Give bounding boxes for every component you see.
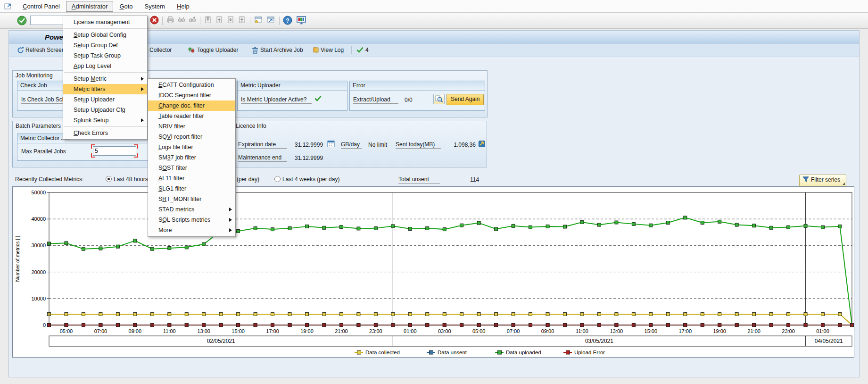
find-icon[interactable] xyxy=(177,16,186,26)
print-icon[interactable] xyxy=(166,16,174,26)
menubar-item-administrator[interactable]: Administrator xyxy=(66,1,114,12)
new-session-icon[interactable] xyxy=(254,16,263,26)
view-log-button[interactable]: View Log xyxy=(321,47,344,53)
menu-item-ecatt-configuration[interactable]: ECATT Configuration xyxy=(148,80,235,90)
check-count-icon[interactable] xyxy=(356,47,364,55)
total-unsent-value: 114 xyxy=(470,176,479,183)
legend-item-data-collected: Data collected xyxy=(355,350,400,355)
cancel-icon[interactable] xyxy=(150,16,159,26)
last-page-icon[interactable] xyxy=(238,16,246,26)
menubar-item-help[interactable]: Help xyxy=(171,1,195,12)
send-again-button[interactable]: Send Again xyxy=(446,94,484,105)
menu-item-app-log-level[interactable]: App Log Level xyxy=(63,61,147,71)
help-icon[interactable]: ? xyxy=(283,16,292,27)
job-monitoring-label: Job Monitoring xyxy=(16,72,53,79)
export-icon[interactable] xyxy=(478,140,486,150)
menu-item-sql-scripts-metrics[interactable]: SQL Scripts metrics xyxy=(148,215,235,225)
menu-item-logs-file-filter[interactable]: Logs file filter xyxy=(148,142,235,152)
menu-item-setup-metric[interactable]: Setup Metric xyxy=(63,74,147,84)
menu-item-table-reader-filter[interactable]: Table reader filter xyxy=(148,111,235,121)
legend-item-upload-error: Upload Error xyxy=(563,350,605,355)
archive-icon xyxy=(251,46,259,56)
menu-item-license-management[interactable]: License management xyxy=(63,17,147,27)
menu-item-label: Splunk Setup xyxy=(74,117,108,124)
view-log-icon xyxy=(312,46,320,56)
y-tick-label: 30000 xyxy=(31,242,46,248)
menu-item-al11-filter[interactable]: AL11 filter xyxy=(148,173,235,184)
submenu-arrow-icon xyxy=(229,218,232,222)
menu-item-setup-uploader-cfg[interactable]: Setup Uploader Cfg xyxy=(63,105,147,115)
menu-item-setup-group-def[interactable]: Setup Group Def xyxy=(63,40,147,50)
focus-corner xyxy=(91,153,95,158)
customize-layout-icon[interactable] xyxy=(296,16,306,27)
menu-item-label: SLG1 filter xyxy=(158,185,186,192)
toggle-collector-button[interactable]: Collector xyxy=(149,47,172,53)
menu-item-metric-filters[interactable]: Metric filters xyxy=(63,84,147,94)
menu-item-change-doc-filter[interactable]: Change doc. filter xyxy=(148,100,235,111)
gb-per-day-value: No limit xyxy=(368,142,387,148)
total-unsent-label: Total unsent xyxy=(398,176,440,184)
submenu-arrow-icon xyxy=(141,118,144,122)
menu-item-sqvi-report-filter[interactable]: SQVI report filter xyxy=(148,132,235,142)
date-band-label: 04/05/2021 xyxy=(815,338,843,344)
menu-item-srt-moni-filter[interactable]: SRT_MONI filter xyxy=(148,194,235,204)
error-detail-button[interactable] xyxy=(433,94,445,104)
x-tick-label: 15:00 xyxy=(231,328,245,334)
menu-item-idoc-segment-filter[interactable]: IDOC Segment filter xyxy=(148,90,235,100)
menu-item-stad-metrics[interactable]: STAD metrics xyxy=(148,204,235,215)
create-shortcut-icon[interactable] xyxy=(266,16,275,26)
menu-item-check-errors[interactable]: Check Errors xyxy=(63,128,147,138)
max-parallel-jobs-input[interactable] xyxy=(93,146,136,156)
menu-item-setup-task-group[interactable]: Setup Task Group xyxy=(63,50,147,61)
system-menu-icon[interactable] xyxy=(4,2,13,10)
menu-item-slg1-filter[interactable]: SLG1 filter xyxy=(148,184,235,194)
menu-item-sost-filter[interactable]: SOST filter xyxy=(148,163,235,173)
menu-item-label: License management xyxy=(74,19,130,25)
start-archive-job-button[interactable]: Start Archive Job xyxy=(260,47,303,53)
recently-collected-label: Recently Collected Metrics: xyxy=(15,176,83,183)
menu-item-label: AL11 filter xyxy=(158,175,184,182)
menubar-item-control-panel[interactable]: Control Panel xyxy=(17,1,66,12)
x-tick-label: 19:00 xyxy=(300,328,314,334)
radio-last-4-weeks-label[interactable]: Last 4 weeks (per day) xyxy=(282,176,339,183)
menu-item-setup-uploader[interactable]: Setup Uploader xyxy=(63,94,147,105)
metric-uploader-row-label: Is Metric Uploader Active? xyxy=(241,96,312,104)
previous-page-icon[interactable] xyxy=(215,16,223,26)
calendar-icon[interactable] xyxy=(327,140,335,150)
menu-item-label: Table reader filter xyxy=(158,113,204,119)
check-count-value[interactable]: 4 xyxy=(365,47,369,53)
find-next-icon[interactable] xyxy=(188,16,197,26)
gb-per-day-label: GB/day xyxy=(341,141,362,149)
menu-item-nriv-filter[interactable]: NRIV filter xyxy=(148,121,235,132)
menubar-item-system[interactable]: System xyxy=(139,1,171,12)
x-tick-label: 01:00 xyxy=(816,328,829,334)
filter-series-button[interactable]: Filter series xyxy=(799,175,846,186)
menu-item-more[interactable]: More xyxy=(148,225,235,235)
radio-last-48-hours-label[interactable]: Last 48 hours xyxy=(114,176,148,183)
filter-icon xyxy=(802,176,809,183)
menu-item-setup-global-config[interactable]: Setup Global Config xyxy=(63,30,147,40)
menu-item-label: SOST filter xyxy=(158,165,187,171)
radio-per-day-label[interactable]: (per day) xyxy=(237,176,259,183)
legend-label: Upload Error xyxy=(574,350,605,355)
radio-last-4-weeks[interactable] xyxy=(274,176,281,182)
legend-label: Data collected xyxy=(365,350,400,355)
menu-item-label: Setup Task Group xyxy=(74,52,121,59)
enter-icon[interactable] xyxy=(17,16,27,27)
toggle-uploader-button[interactable]: Toggle Uploader xyxy=(197,47,238,53)
menu-item-label: Check Errors xyxy=(74,130,108,136)
x-tick-label: 07:00 xyxy=(94,328,107,334)
menu-item-splunk-setup[interactable]: Splunk Setup xyxy=(63,115,147,125)
licence-info-box: Licence Info Expiration date 31.12.9999 … xyxy=(234,121,487,167)
next-page-icon[interactable] xyxy=(226,16,235,26)
x-tick-label: 09:00 xyxy=(129,328,142,334)
metric-filters-submenu: ECATT ConfigurationIDOC Segment filterCh… xyxy=(148,78,236,237)
menu-separator xyxy=(64,72,147,73)
menu-item-sm37-job-filter[interactable]: SM37 job filter xyxy=(148,152,235,163)
radio-last-48-hours[interactable] xyxy=(106,176,112,182)
refresh-screen-button[interactable]: Refresh Screen xyxy=(25,47,65,53)
menu-item-label: SRT_MONI filter xyxy=(158,196,201,202)
error-group: Error Extract/Upload 0/0 Send Again xyxy=(349,81,485,111)
first-page-icon[interactable] xyxy=(204,16,212,26)
menubar-item-goto[interactable]: Goto xyxy=(114,1,138,12)
